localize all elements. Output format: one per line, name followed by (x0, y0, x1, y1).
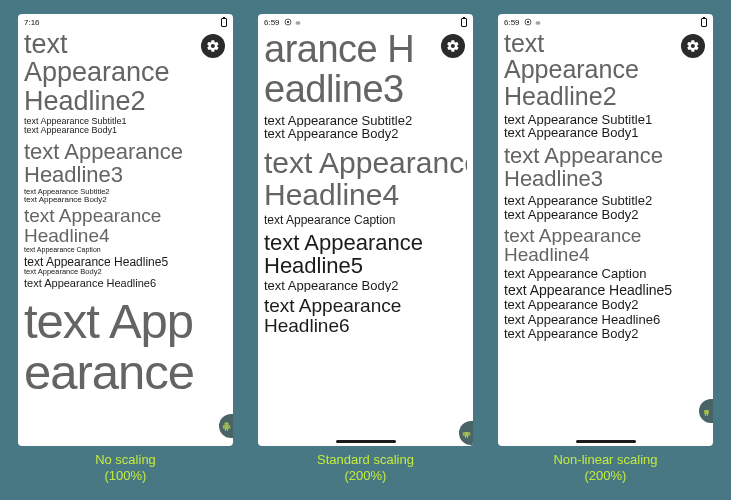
headline5-text: Headline5 (264, 254, 467, 277)
body2-text: text Appearance Body2 (24, 196, 227, 204)
headline5-text: text Appearance Headline5 (24, 256, 227, 269)
subtitle2-text: text Appearance Subtitle2 (264, 114, 467, 128)
body2-text: text Appearance Body2 (264, 127, 467, 141)
status-time: 6:59 (504, 18, 520, 27)
headline4-text: text Appearance (264, 147, 467, 179)
headline2-text: text (504, 30, 707, 56)
battery-icon (701, 18, 707, 27)
gear-icon (284, 18, 292, 26)
headline4-text: text Appearance (504, 226, 707, 246)
caption-percent: (200%) (258, 468, 473, 484)
status-bar: 6:59 ∞ (498, 14, 713, 30)
android-icon (222, 422, 231, 431)
headline3-text: text Appearance (504, 144, 707, 167)
caption-nonlinear-scaling: Non-linear scaling (200%) (498, 452, 713, 485)
body2-text: text Appearance Body2 (264, 279, 467, 293)
nav-indicator (336, 440, 396, 443)
headline2-text: text (24, 30, 227, 58)
headline2-text: Appearance (24, 58, 227, 86)
body2-text: text Appearance Body2 (504, 208, 707, 222)
headline4-text: Headline4 (264, 179, 467, 211)
body2-text: text Appearance Body2 (504, 327, 707, 341)
gear-icon (686, 39, 700, 53)
headline5-text: text Appearance (264, 231, 467, 254)
body2-text: text Appearance Body2 (504, 298, 707, 312)
subtitle2-text: text Appearance Subtitle2 (504, 194, 707, 208)
caption-title: Standard scaling (258, 452, 473, 468)
typography-list: text Appearance Headline2 text Appearanc… (498, 30, 713, 446)
headline6-text: text Appearance (264, 296, 467, 316)
headline3-text: Headline3 (24, 163, 227, 186)
headline6-text: text Appearance Headline6 (504, 313, 707, 327)
status-time: 7:16 (24, 18, 40, 27)
caption-text: text Appearance Caption (504, 267, 707, 281)
headline5-text: text Appearance Headline5 (504, 283, 707, 298)
subtitle1-text: text Appearance Subtitle1 (24, 117, 227, 126)
headline3-text: text Appearance (24, 140, 227, 163)
headline2-text: Headline2 (24, 87, 227, 115)
gear-icon (446, 39, 460, 53)
headline3-text: arance H (264, 30, 467, 70)
settings-button[interactable] (681, 34, 705, 58)
caption-no-scaling: No scaling (100%) (18, 452, 233, 485)
caption-percent: (100%) (18, 468, 233, 484)
gear-icon (206, 39, 220, 53)
battery-icon (461, 18, 467, 27)
android-icon (462, 429, 471, 438)
subtitle1-text: text Appearance Subtitle1 (504, 113, 707, 127)
headline1-text: earance (24, 347, 227, 398)
caption-title: Non-linear scaling (498, 452, 713, 468)
phone-standard-scaling: 6:59 ∞ arance H eadline3 text Appearance… (258, 14, 473, 446)
caption-title: No scaling (18, 452, 233, 468)
headline4-text: Headline4 (24, 226, 227, 246)
headline3-text: Headline3 (504, 167, 707, 190)
status-bar: 6:59 ∞ (258, 14, 473, 30)
svg-point-1 (287, 21, 289, 23)
nav-indicator (576, 440, 636, 443)
headline4-text: text Appearance (24, 206, 227, 226)
status-extra: ∞ (296, 19, 301, 26)
caption-row: No scaling (100%) Standard scaling (200%… (0, 446, 731, 485)
status-extra: ∞ (536, 19, 541, 26)
body1-text: text Appearance Body1 (24, 126, 227, 135)
phone-nonlinear-scaling: 6:59 ∞ text Appearance Headline2 text Ap… (498, 14, 713, 446)
caption-standard-scaling: Standard scaling (200%) (258, 452, 473, 485)
android-icon (702, 407, 711, 416)
headline1-text: text App (24, 296, 227, 347)
settings-button[interactable] (441, 34, 465, 58)
caption-text: text Appearance Caption (264, 214, 467, 227)
phone-row: 7:16 text Appearance Headline2 text Appe… (0, 0, 731, 446)
caption-text: text Appearance Caption (24, 246, 227, 253)
typography-list: text Appearance Headline2 text Appearanc… (18, 30, 233, 446)
headline2-text: Headline2 (504, 83, 707, 109)
svg-point-3 (527, 21, 529, 23)
typography-list: arance H eadline3 text Appearance Subtit… (258, 30, 473, 446)
gear-icon (524, 18, 532, 26)
body1-text: text Appearance Body1 (504, 126, 707, 140)
headline4-text: Headline4 (504, 245, 707, 265)
settings-button[interactable] (201, 34, 225, 58)
battery-icon (221, 18, 227, 27)
status-time: 6:59 (264, 18, 280, 27)
caption-percent: (200%) (498, 468, 713, 484)
body2-text: text Appearance Body2 (24, 268, 227, 276)
headline6-text: text Appearance Headline6 (24, 278, 227, 290)
subtitle2-text: text Appearance Subtitle2 (24, 188, 227, 196)
headline2-text: Appearance (504, 56, 707, 82)
status-bar: 7:16 (18, 14, 233, 30)
headline3-text: eadline3 (264, 70, 467, 110)
headline6-text: Headline6 (264, 316, 467, 336)
phone-no-scaling: 7:16 text Appearance Headline2 text Appe… (18, 14, 233, 446)
